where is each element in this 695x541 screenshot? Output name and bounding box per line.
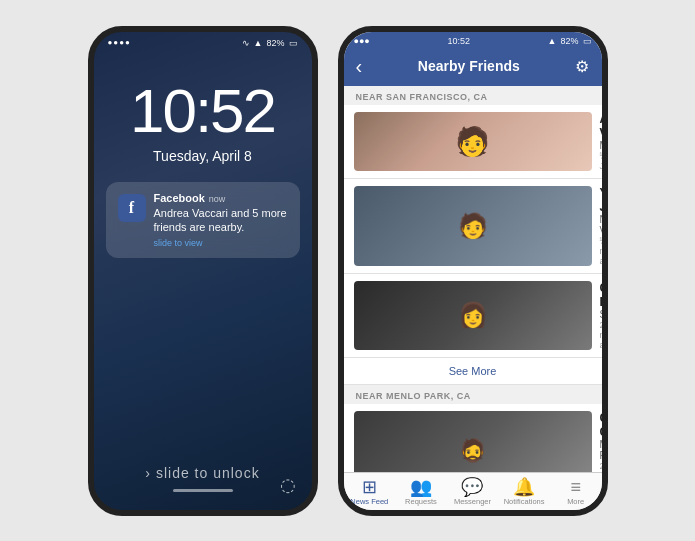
battery-label: 82% xyxy=(560,36,578,46)
lock-date: Tuesday, April 8 xyxy=(94,148,312,164)
lock-status-bar: ●●●● ∿ ▲ 82% ▭ xyxy=(94,32,312,50)
friend-row-grace[interactable]: 👩 Grace Ko SoMa 2 mi · 5 minutes ago ▲ xyxy=(344,274,602,358)
tab-more-label: More xyxy=(567,497,584,506)
friend-info-gabriel: Gabriel Grise Menlo Park, CA 26 mi · 2 m… xyxy=(600,411,602,472)
friend-info-yuntao: Yuntao Jia Noe Valley ½ mi · 2 minutes a… xyxy=(600,186,602,266)
notification-slide-to-view[interactable]: slide to view xyxy=(154,238,288,248)
friend-distance-andrea: ½ mi · Just now xyxy=(600,151,602,171)
avatar-img-grace: 👩 xyxy=(458,301,488,329)
friend-row-yuntao[interactable]: 🧑 Yuntao Jia Noe Valley ½ mi · 2 minutes… xyxy=(344,179,602,274)
friend-distance-grace: 2 mi · 5 minutes ago xyxy=(600,320,602,350)
notification-header: Facebook now xyxy=(154,192,288,204)
tab-requests[interactable]: 👥 Requests xyxy=(395,473,447,510)
wifi-icon: ∿ xyxy=(242,38,250,48)
notification-body: Andrea Vaccari and 5 more friends are ne… xyxy=(154,206,288,236)
friend-location-grace: SoMa xyxy=(600,309,602,320)
lock-screen-phone: ●●●● ∿ ▲ 82% ▭ 10:52 Tuesday, April 8 f … xyxy=(88,26,318,516)
friend-info-grace: Grace Ko SoMa 2 mi · 5 minutes ago xyxy=(600,281,602,350)
news-feed-icon: ⊞ xyxy=(362,478,377,496)
nearby-content: NEAR SAN FRANCISCO, CA 🧑 Andrea Vaccari … xyxy=(344,86,602,472)
friend-row-gabriel[interactable]: 🧔 Gabriel Grise Menlo Park, CA 26 mi · 2… xyxy=(344,404,602,472)
lock-time: 10:52 xyxy=(94,80,312,142)
signal-dots: ●●● xyxy=(354,36,370,46)
facebook-f-letter: f xyxy=(129,199,134,217)
avatar-yuntao: 🧑 xyxy=(354,186,592,266)
battery-text: 82% xyxy=(266,38,284,48)
friend-distance-yuntao: ½ mi · 2 minutes ago xyxy=(600,236,602,266)
friend-name-yuntao: Yuntao Jia xyxy=(600,186,602,214)
friend-location-yuntao: Noe Valley xyxy=(600,214,602,236)
avatar-andrea: 🧑 xyxy=(354,112,592,171)
location-icon: ▲ xyxy=(254,38,263,48)
friend-name-gabriel: Gabriel Grise xyxy=(600,411,602,439)
battery-icon: ▭ xyxy=(289,38,298,48)
avatar-img-andrea: 🧑 xyxy=(455,125,490,158)
notification-text: Facebook now Andrea Vaccari and 5 more f… xyxy=(154,192,288,249)
friend-row-andrea[interactable]: 🧑 Andrea Vaccari Mission ½ mi · Just now… xyxy=(344,105,602,179)
tab-requests-label: Requests xyxy=(405,497,437,506)
section-label-menlo: NEAR MENLO PARK, CA xyxy=(344,385,602,404)
section-label-sf: NEAR SAN FRANCISCO, CA xyxy=(344,86,602,105)
tab-news-feed[interactable]: ⊞ News Feed xyxy=(344,473,396,510)
nearby-friends-phone: ●●● 10:52 ▲ 82% ▭ ‹ Nearby Friends ⚙ NEA… xyxy=(338,26,608,516)
status-time: 10:52 xyxy=(447,36,470,46)
tab-notifications-label: Notifications xyxy=(504,497,545,506)
tab-messenger[interactable]: 💬 Messenger xyxy=(447,473,499,510)
avatar-img-yuntao: 🧑 xyxy=(458,212,488,240)
camera-icon[interactable]: ◌ xyxy=(280,474,296,496)
friend-name-grace: Grace Ko xyxy=(600,281,602,309)
avatar-grace: 👩 xyxy=(354,281,592,350)
signal-dots: ●●●● xyxy=(108,38,131,47)
tab-bar: ⊞ News Feed 👥 Requests 💬 Messenger 🔔 Not… xyxy=(344,472,602,510)
tab-messenger-label: Messenger xyxy=(454,497,491,506)
friend-distance-gabriel: 26 mi · 2 minutes ago xyxy=(600,461,602,472)
tab-notifications[interactable]: 🔔 Notifications xyxy=(498,473,550,510)
lock-indicator-bar xyxy=(173,489,233,492)
back-button[interactable]: ‹ xyxy=(356,55,363,78)
status-icons-right: ▲ 82% ▭ xyxy=(548,36,592,46)
messenger-icon: 💬 xyxy=(461,478,483,496)
avatar-gabriel: 🧔 xyxy=(354,411,592,472)
notification-card[interactable]: f Facebook now Andrea Vaccari and 5 more… xyxy=(106,182,300,259)
fb-status-bar: ●●● 10:52 ▲ 82% ▭ xyxy=(344,32,602,49)
friend-location-gabriel: Menlo Park, CA xyxy=(600,439,602,461)
notification-app-name: Facebook xyxy=(154,192,205,204)
requests-icon: 👥 xyxy=(410,478,432,496)
notification-time: now xyxy=(209,194,226,204)
nav-bar: ‹ Nearby Friends ⚙ xyxy=(344,49,602,86)
avatar-img-gabriel: 🧔 xyxy=(459,438,486,464)
slide-to-unlock[interactable]: › slide to unlock xyxy=(145,465,259,481)
tab-news-feed-label: News Feed xyxy=(350,497,388,506)
tab-more[interactable]: ≡ More xyxy=(550,473,602,510)
settings-gear-icon[interactable]: ⚙ xyxy=(575,57,589,76)
battery-icon: ▭ xyxy=(583,36,592,46)
facebook-app-icon: f xyxy=(118,194,146,222)
location-arrow-icon: ▲ xyxy=(548,36,557,46)
friend-name-andrea: Andrea Vaccari xyxy=(600,112,602,140)
status-icons: ∿ ▲ 82% ▭ xyxy=(242,38,298,48)
more-icon: ≡ xyxy=(570,478,581,496)
see-more-button[interactable]: See More xyxy=(344,358,602,385)
friend-info-andrea: Andrea Vaccari Mission ½ mi · Just now xyxy=(600,112,602,171)
notifications-icon: 🔔 xyxy=(513,478,535,496)
friend-location-andrea: Mission xyxy=(600,140,602,151)
nav-title: Nearby Friends xyxy=(418,58,520,74)
